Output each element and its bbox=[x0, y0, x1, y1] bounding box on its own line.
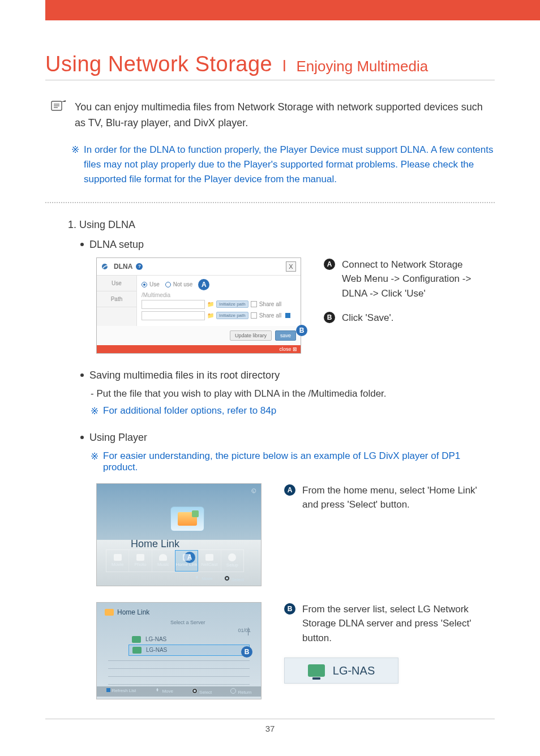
share-all-checkbox-2[interactable] bbox=[251, 312, 257, 319]
callout-a-icon: A bbox=[324, 259, 335, 270]
note-star-icon: ※ bbox=[91, 450, 98, 473]
marker-b: B bbox=[296, 325, 307, 336]
folder-icon[interactable]: 📁 bbox=[207, 312, 214, 319]
path-input-2[interactable] bbox=[142, 311, 205, 320]
hint-return: Return bbox=[230, 688, 251, 695]
player-server-list-screenshot: Home Link Select a Server 01/01 LG-NAS L… bbox=[96, 602, 262, 699]
menu-item-music[interactable]: Music bbox=[152, 550, 175, 572]
dlna-logo-icon bbox=[101, 263, 110, 270]
list-divider bbox=[108, 660, 250, 661]
photo-icon bbox=[136, 554, 144, 561]
lg-nas-badge: LG-NAS bbox=[284, 658, 398, 684]
player-note: For easier understanding, the picture be… bbox=[103, 450, 495, 473]
home-link-tile[interactable] bbox=[170, 506, 204, 531]
menu-item-movie[interactable]: Movie bbox=[106, 550, 129, 572]
list-divider bbox=[108, 668, 250, 669]
init-path-button-2[interactable]: Initialize path bbox=[216, 312, 248, 319]
marker-a: A bbox=[198, 279, 209, 290]
callout-b-icon: B bbox=[284, 603, 295, 615]
title-main: Using Network Storage bbox=[45, 52, 272, 76]
radio-not-use[interactable] bbox=[165, 282, 171, 287]
hint-refresh: Refresh List bbox=[106, 688, 136, 695]
home-link-icon bbox=[183, 554, 191, 561]
gear-icon bbox=[228, 553, 236, 561]
dlna-window: DLNA ? X Use Path Use Not bbox=[96, 257, 301, 354]
update-library-button[interactable]: Update library bbox=[230, 330, 272, 341]
note-star-icon: ※ bbox=[71, 143, 79, 187]
use-radio-row: Use Not use A bbox=[142, 279, 296, 290]
dotted-divider bbox=[45, 202, 495, 203]
server-row[interactable]: LG-NAS bbox=[128, 634, 250, 645]
p2-subtitle: Select a Server bbox=[170, 620, 205, 625]
init-path-button-1[interactable]: Initialize path bbox=[216, 300, 248, 308]
callout-a-icon: A bbox=[284, 484, 295, 496]
title-separator: l bbox=[282, 57, 286, 75]
p2-count: 01/01 bbox=[238, 628, 251, 633]
home-link-label: Home Link bbox=[131, 538, 179, 550]
menu-item-netcast[interactable]: NetCast bbox=[198, 550, 221, 572]
player-home-screenshot: ◵ Home Link A Movie Photo Music Home Lin… bbox=[96, 483, 262, 586]
player1-callout: From the home menu, select 'Home Link' a… bbox=[302, 483, 495, 512]
add-path-icon[interactable] bbox=[285, 313, 290, 318]
callout-b-icon: B bbox=[324, 312, 335, 323]
close-icon[interactable]: X bbox=[286, 261, 296, 272]
server-icon bbox=[132, 636, 141, 643]
callout-b-text: Click 'Save'. bbox=[342, 311, 394, 325]
menu-item-photo[interactable]: Photo bbox=[129, 550, 152, 572]
netcast-icon bbox=[205, 554, 213, 561]
music-icon bbox=[159, 554, 167, 561]
menu-item-home-link[interactable]: Home Link bbox=[175, 550, 198, 572]
bullet-dlna-setup: DLNA setup bbox=[89, 239, 144, 251]
save-root-note: For additional folder options, refer to … bbox=[103, 405, 276, 417]
share-all-checkbox-1[interactable] bbox=[251, 301, 257, 307]
row-label-use: Use bbox=[97, 276, 136, 291]
marker-b: B bbox=[241, 646, 252, 658]
dlna-window-title: DLNA ? bbox=[101, 263, 143, 270]
folder-icon[interactable]: 📁 bbox=[207, 301, 214, 307]
bullet-using-player: Using Player bbox=[89, 432, 147, 444]
player2-callout: From the server list, select LG Network … bbox=[302, 602, 495, 646]
server-icon bbox=[132, 647, 142, 654]
page-number: 37 bbox=[45, 719, 495, 733]
hint-move: Move bbox=[155, 688, 173, 695]
save-root-line: - Put the file that you wish to play wit… bbox=[45, 388, 495, 400]
hint-select: Select bbox=[192, 688, 212, 695]
multimedia-path-label: /Multimedia bbox=[142, 292, 296, 298]
row-label-path: Path bbox=[97, 291, 136, 307]
header-bar bbox=[45, 0, 540, 20]
nas-monitor-icon bbox=[308, 664, 325, 677]
hint-move: Move bbox=[194, 575, 213, 582]
list-divider bbox=[108, 676, 250, 677]
intro-text: You can enjoy multimedia files from Netw… bbox=[75, 100, 495, 131]
caveat-text: In order for the DLNA to function proper… bbox=[84, 143, 495, 187]
menu-item-setup[interactable]: Setup bbox=[221, 550, 243, 572]
path-input-1[interactable] bbox=[142, 300, 205, 309]
page-title-row: Using Network Storage l Enjoying Multime… bbox=[45, 52, 495, 80]
nas-badge-text: LG-NAS bbox=[333, 664, 375, 677]
server-row-selected[interactable]: LG-NAS B bbox=[128, 645, 250, 656]
movie-icon bbox=[114, 554, 122, 561]
bullet-dot-icon bbox=[80, 373, 84, 377]
close-bar[interactable]: close ⊠ bbox=[97, 345, 301, 353]
bullet-dot-icon bbox=[80, 436, 84, 439]
help-icon[interactable]: ? bbox=[136, 263, 143, 270]
p2-title: Home Link bbox=[117, 608, 149, 616]
bullet-save-root: Saving multimedia files in its root dire… bbox=[89, 370, 280, 381]
folder-icon bbox=[105, 609, 114, 616]
list-divider bbox=[108, 684, 250, 685]
hint-select: Select bbox=[224, 575, 244, 582]
title-sub: Enjoying Multimedia bbox=[296, 58, 428, 75]
callout-a-text: Connect to Network Storage Web Menu -> C… bbox=[342, 257, 478, 301]
step1-heading: 1. Using DLNA bbox=[45, 219, 495, 231]
bullet-dot-icon bbox=[80, 243, 84, 246]
note-icon bbox=[51, 100, 67, 114]
radio-use[interactable] bbox=[142, 282, 147, 287]
note-star-icon: ※ bbox=[91, 405, 98, 417]
wifi-icon: ◵ bbox=[251, 487, 256, 493]
save-button[interactable]: save bbox=[275, 330, 296, 341]
